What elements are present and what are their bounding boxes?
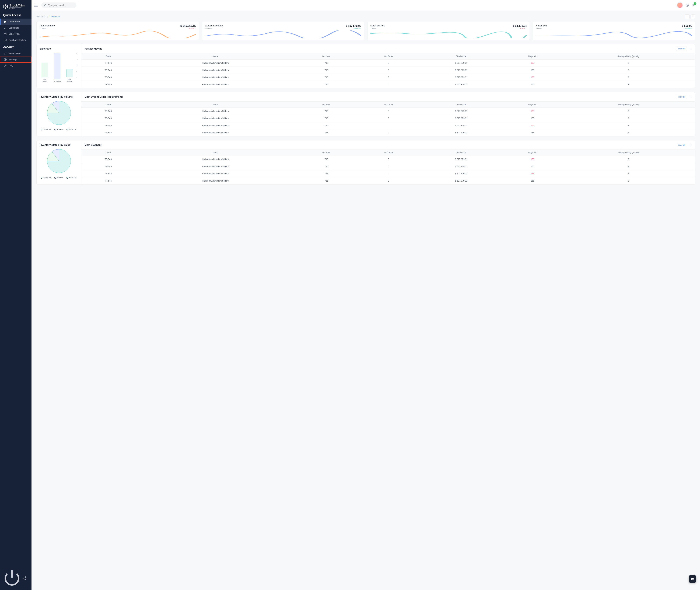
kpi-sub: 7 items	[370, 27, 385, 29]
table-row[interactable]: TR-546Hailstorm Alluminium Sliders7160 $…	[81, 156, 695, 163]
svg-point-4	[44, 4, 46, 6]
sparkline	[536, 30, 692, 38]
table-header: Total value	[420, 150, 502, 156]
table-header: Average Daily Quantity	[563, 54, 695, 60]
breadcrumb-root[interactable]: Welcome	[36, 15, 45, 18]
kpi-card[interactable]: Total Inventory 27 items $ 245,915.15 -4…	[36, 22, 199, 40]
sidebar-item-purchase-orders[interactable]: Purchase Orders	[0, 37, 31, 43]
table-row[interactable]: TR-546Hailstorm Alluminium Sliders7160 $…	[81, 108, 695, 115]
sidebar-item-label: Order Plan	[9, 32, 20, 35]
sort-icon[interactable]	[689, 96, 692, 98]
kpi-delta: +0.66% ↑	[682, 28, 692, 30]
chevron-right-icon	[692, 16, 694, 17]
logo-text: StockTrim	[9, 4, 28, 7]
sidebar-item-dashboard[interactable]: Dashboard	[0, 18, 31, 25]
table-header: On Hand	[296, 102, 357, 108]
notifications-button[interactable]: 3	[692, 3, 695, 7]
table-row[interactable]: TR-546Hailstorm Alluminium Sliders7160 $…	[81, 60, 695, 67]
sidebar-item-settings[interactable]: Settings	[0, 57, 31, 63]
urgent-orders-title: Most Urgent Order Requirements	[85, 95, 123, 98]
legend-item: Stock out	[40, 128, 51, 130]
home-icon	[4, 20, 7, 23]
svg-rect-1	[4, 33, 6, 35]
breadcrumb-current[interactable]: Dashboard	[50, 15, 60, 18]
table-row[interactable]: TR-546Hailstorm Alluminium Sliders7160 $…	[81, 122, 695, 129]
kpi-label: Stock-out risk	[370, 24, 385, 27]
sidebar-item-notifications[interactable]: Notifications	[0, 51, 31, 57]
chat-button[interactable]	[689, 575, 696, 583]
search-input-wrap[interactable]	[41, 2, 76, 8]
kpi-delta: -1.07% ↓	[513, 28, 527, 30]
sort-icon[interactable]	[689, 47, 692, 50]
table-row[interactable]: TR-546Hailstorm Alluminium Sliders7160 $…	[81, 170, 695, 177]
sparkline	[205, 30, 361, 38]
table-row[interactable]: TR-546Hailstorm Alluminium Sliders7160 $…	[81, 81, 695, 88]
next-button[interactable]	[691, 14, 695, 19]
table-row[interactable]: TR-546Hailstorm Alluminium Sliders7160 $…	[81, 163, 695, 170]
bar: SlowMoving	[66, 69, 74, 82]
table-header: On Order	[357, 150, 420, 156]
table-header: Name	[135, 102, 296, 108]
table-row[interactable]: TR-546Hailstorm Alluminium Sliders7160 $…	[81, 74, 695, 81]
fastest-moving-table: CodeNameOn HandOn OrderTotal valueDays l…	[81, 53, 695, 88]
sidebar-item-load-data[interactable]: Load Data	[0, 25, 31, 31]
table-header: Average Daily Quantity	[563, 150, 695, 156]
table-header: On Hand	[296, 150, 357, 156]
kpi-label: Excess Inventory	[205, 24, 223, 27]
table-header: On Order	[357, 54, 420, 60]
view-all-button[interactable]: View all	[676, 95, 687, 99]
legend-item: Balanced	[67, 128, 77, 130]
kpi-label: Total Inventory	[39, 24, 55, 27]
legend-item: Stock out	[40, 177, 51, 179]
kpi-sub: 17 items	[205, 27, 223, 29]
chart-icon	[4, 38, 7, 41]
logo[interactable]: StockTrim SMARTER INVENTORY PLANNING	[0, 0, 31, 11]
legend-item: Excess	[54, 177, 63, 179]
kpi-card[interactable]: Excess Inventory 17 items $ 197,572.07 +…	[202, 22, 364, 40]
view-all-button[interactable]: View all	[676, 46, 687, 51]
table-row[interactable]: TR-546Hailstorm Alluminium Sliders7160 $…	[81, 129, 695, 136]
table-header: Days left	[502, 54, 563, 60]
logo-tagline: SMARTER INVENTORY PLANNING	[9, 7, 28, 9]
kpi-card[interactable]: Stock-out risk 7 items $ 54,178.64 -1.07…	[367, 22, 530, 40]
svg-marker-0	[4, 4, 8, 9]
view-all-button[interactable]: View all	[676, 143, 687, 147]
kpi-card[interactable]: Never Sold 2 items $ 550.00 +0.66% ↑	[533, 22, 695, 40]
table-row[interactable]: TR-546Hailstorm Alluminium Sliders7160 $…	[81, 177, 695, 185]
table-header: Days left	[502, 150, 563, 156]
table-header: Code	[81, 102, 135, 108]
logout-label: Log Out	[23, 575, 28, 580]
search-icon	[44, 4, 46, 7]
settings-icon[interactable]	[686, 4, 689, 7]
table-row[interactable]: TR-546Hailstorm Alluminium Sliders7160 $…	[81, 115, 695, 122]
sidebar-item-label: Purchase Orders	[9, 39, 26, 41]
sidebar-item-label: Notifications	[9, 52, 21, 55]
svg-point-2	[5, 59, 5, 60]
table-row[interactable]: TR-546Hailstorm Alluminium Sliders7160 $…	[81, 67, 695, 74]
kpi-label: Never Sold	[536, 24, 548, 27]
sidebar-item-faq[interactable]: FAQ	[0, 63, 31, 69]
kpi-value: $ 245,915.15	[181, 24, 196, 27]
prev-button[interactable]	[685, 14, 690, 19]
logout-button[interactable]: Log Out	[0, 566, 31, 590]
gear-icon	[4, 58, 7, 61]
search-input[interactable]	[48, 4, 74, 6]
sidebar-item-label: Dashboard	[9, 20, 20, 23]
sparkline	[370, 30, 527, 38]
chat-icon	[691, 577, 694, 581]
table-header: Name	[135, 150, 296, 156]
sale-rate-chart: 45151050 Fastmoving Moderate SlowMoving	[40, 53, 78, 82]
sidebar-item-label: Load Data	[9, 26, 19, 29]
menu-toggle[interactable]	[34, 4, 38, 7]
avatar[interactable]	[677, 3, 683, 8]
table-header: Days left	[502, 102, 563, 108]
sparkline	[39, 30, 196, 38]
sidebar-item-order-plan[interactable]: Order Plan	[0, 31, 31, 37]
legend-item: Balanced	[67, 177, 77, 179]
table-header: Total value	[420, 102, 502, 108]
quick-access-title: Quick Access	[0, 11, 31, 18]
sale-rate-title: Sale Rate	[40, 47, 78, 50]
sort-icon[interactable]	[689, 144, 692, 146]
sidebar-item-label: Settings	[9, 58, 17, 61]
urgent-orders-table: CodeNameOn HandOn OrderTotal valueDays l…	[81, 101, 695, 136]
